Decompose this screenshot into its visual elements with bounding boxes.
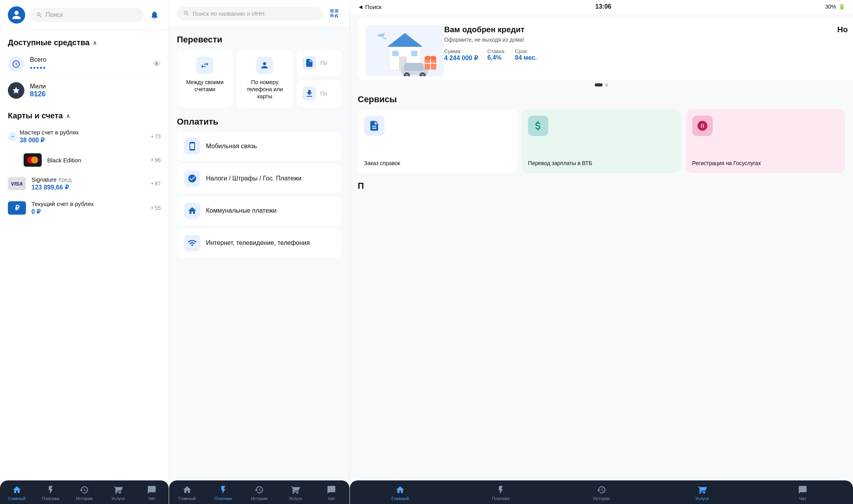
funds-total-row[interactable]: Всего ••••• 👁 — [0, 51, 169, 77]
middle-scroll-content: Перевести Между своими счетами По номеру… — [169, 27, 349, 504]
visa-card-logo: VISA — [8, 177, 26, 190]
transfer-doc-icon — [302, 56, 316, 70]
avatar[interactable] — [8, 6, 25, 24]
transfer3-label: По — [320, 60, 327, 66]
transfer-download-icon — [302, 86, 316, 101]
nav-history-label-left: История — [76, 496, 93, 501]
service-gosuslugi[interactable]: Регистрация на Госуслугах — [686, 109, 845, 173]
promo-amount: Сумма: 4 244 000 ₽ — [444, 48, 478, 62]
promo-illustration — [366, 25, 436, 72]
pay-title: Оплатить — [169, 114, 349, 132]
card1-balance: 38 000 ₽ — [20, 136, 146, 144]
funds-total-dots: ••••• — [30, 64, 147, 72]
nav-chat-mid[interactable]: Чат — [313, 485, 349, 501]
cards-section-title: Карты и счета ∧ — [0, 103, 169, 124]
eye-icon[interactable]: 👁 — [153, 60, 161, 69]
nav-home-left[interactable]: Главный — [0, 485, 34, 501]
transfer-title: Перевести — [169, 27, 349, 50]
card2-name: Black Edition — [47, 157, 146, 164]
nav-history-right[interactable]: История — [551, 485, 652, 501]
mid-search-input[interactable]: Поиск по названию и ИНН — [177, 7, 324, 20]
pay-taxes-label: Налоги / Штрафы / Гос. Платежи — [206, 175, 301, 182]
dot-active — [595, 83, 603, 86]
card1-last4: • 73 — [151, 133, 161, 140]
miles-icon — [8, 82, 24, 99]
promo-credit-card[interactable]: Вам одобрен кредит Оформите, не выходя и… — [358, 17, 845, 80]
miles-info: Мили 8126 — [30, 83, 161, 98]
nav-services-mid[interactable]: Услуги — [277, 485, 313, 501]
expand-icon[interactable] — [8, 132, 17, 141]
nav-history-mid[interactable]: История — [241, 485, 278, 501]
black-card-logo — [24, 153, 42, 167]
nav-chat-right[interactable]: Чат — [752, 485, 853, 501]
salary-icon — [528, 116, 548, 136]
miles-row[interactable]: Мили 8126 — [0, 77, 169, 103]
pay-mobile[interactable]: Мобильная связь — [177, 132, 342, 161]
miles-label: Мили — [30, 83, 161, 90]
transfer-by-phone[interactable]: По номеру телефона или карты — [237, 50, 292, 107]
nav-home-right[interactable]: Главный — [350, 485, 450, 501]
pay-utility[interactable]: Коммунальные платежи — [177, 196, 342, 225]
nav-payments-right[interactable]: Платежи — [450, 485, 551, 501]
service-certificates[interactable]: Заказ справок — [358, 109, 517, 173]
status-time: 13:06 — [595, 3, 611, 10]
nav-history-label-mid: История — [251, 496, 268, 501]
chevron-up-icon2: ∧ — [66, 113, 70, 119]
left-panel: Поиск Доступные средства ∧ Всего ••••• 👁 — [0, 0, 169, 504]
transfer2-label: По номеру телефона или карты — [242, 79, 287, 100]
pay-internet[interactable]: Интернет, телевидение, телефония — [177, 228, 342, 258]
status-back[interactable]: ◄ Поиск — [358, 4, 382, 10]
notification-icon[interactable] — [148, 9, 161, 21]
pay-mobile-label: Мобильная связь — [206, 143, 257, 150]
transfer4-label: По — [320, 90, 327, 97]
nav-chat-left[interactable]: Чат — [135, 485, 169, 501]
transfer-col: По По — [297, 50, 342, 107]
funds-section-title: Доступные средства ∧ — [0, 30, 169, 51]
nav-home-label-right: Главный — [392, 496, 409, 501]
pay-taxes[interactable]: Налоги / Штрафы / Гос. Платежи — [177, 164, 342, 193]
transfer-phone-icon — [256, 57, 273, 74]
card3-info: Signature Кред 123 899,66 ₽ — [31, 176, 146, 191]
transfer-grid: Между своими счетами По номеру телефона … — [169, 50, 349, 107]
svg-rect-4 — [392, 51, 399, 56]
nav-payments-mid[interactable]: Платежи — [205, 485, 241, 501]
svg-point-16 — [430, 56, 436, 60]
middle-header: Поиск по названию и ИНН — [169, 0, 349, 27]
svg-point-15 — [425, 56, 431, 60]
miles-value: 8126 — [30, 90, 161, 98]
status-right: 30% 🔋 — [825, 4, 845, 10]
nav-history-left[interactable]: История — [68, 485, 101, 501]
search-input[interactable]: Поиск — [30, 8, 143, 22]
certificates-icon — [364, 116, 384, 136]
pay-utility-label: Коммунальные платежи — [206, 207, 277, 214]
transfer1-label: Между своими счетами — [182, 79, 227, 93]
transfer-between-accounts[interactable]: Между своими счетами — [177, 50, 233, 107]
promo-sub: Оформите, не выходя из дома! — [444, 37, 837, 43]
transfer-doc[interactable]: По — [297, 50, 342, 76]
left-scroll-content: Доступные средства ∧ Всего ••••• 👁 Мили … — [0, 30, 169, 504]
nav-services-left[interactable]: Услуги — [101, 485, 135, 501]
right-scroll-content: Вам одобрен кредит Оформите, не выходя и… — [350, 13, 853, 504]
total-icon — [8, 56, 24, 72]
card-current-account[interactable]: ₽ Текущий счет в рублях 0 ₽ • 55 — [0, 196, 169, 220]
utility-icon — [184, 202, 200, 219]
card4-balance: 0 ₽ — [31, 208, 146, 215]
qr-icon[interactable] — [327, 6, 342, 20]
card-black-edition[interactable]: Black Edition • 96 — [0, 149, 169, 171]
nav-services-right[interactable]: Услуги — [652, 485, 752, 501]
nav-home-mid[interactable]: Главный — [169, 485, 205, 501]
card2-last4: • 96 — [151, 157, 161, 163]
card4-last4: • 55 — [151, 205, 161, 211]
promo-term: Срок: 84 мес. — [515, 48, 537, 62]
transfer-download[interactable]: По — [297, 80, 342, 107]
middle-bottom-nav: Главный Платежи История Услуги Чат — [169, 480, 349, 504]
card-master-account[interactable]: Мастер счет в рублях 38 000 ₽ • 73 — [0, 124, 169, 149]
service-salary[interactable]: Перевод зарплаты в ВТБ — [522, 109, 681, 173]
middle-panel: Поиск по названию и ИНН Перевести Между … — [169, 0, 350, 504]
service1-label: Заказ справок — [364, 160, 511, 167]
mid-search-placeholder: Поиск по названию и ИНН — [193, 10, 265, 17]
status-bar: ◄ Поиск 13:06 30% 🔋 — [350, 0, 853, 13]
dots-indicator — [350, 83, 853, 86]
card-signature[interactable]: VISA Signature Кред 123 899,66 ₽ • 87 — [0, 171, 169, 196]
nav-payments-left[interactable]: Платежи — [34, 485, 68, 501]
